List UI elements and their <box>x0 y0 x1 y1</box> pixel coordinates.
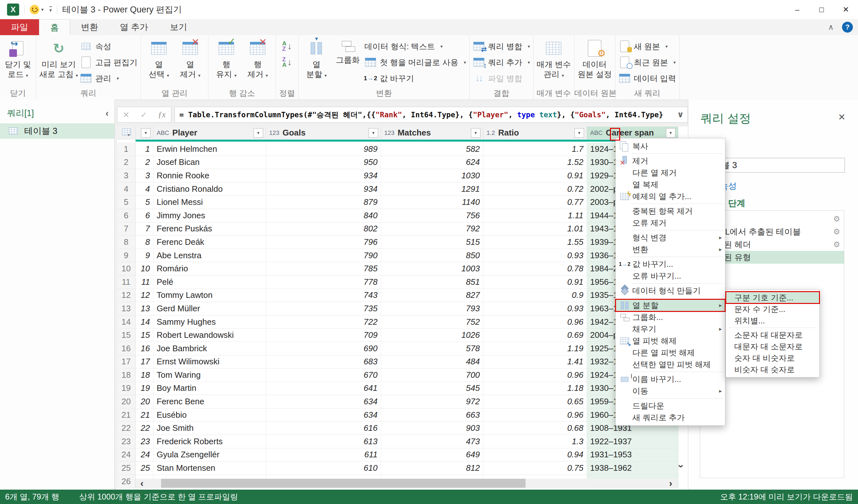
cell-ratio[interactable]: 0.96 <box>483 408 587 422</box>
cell-matches[interactable]: 812 <box>381 461 483 475</box>
formula-fx-icon[interactable]: ƒx <box>158 110 165 119</box>
cell-rank[interactable]: 8 <box>136 235 154 249</box>
cell-matches[interactable]: 850 <box>381 249 483 262</box>
cell-career[interactable]: 1931–1953 <box>587 449 678 462</box>
cell-rank[interactable]: 10 <box>136 262 154 276</box>
cell-goals[interactable]: 709 <box>266 328 381 342</box>
menu-item-rename[interactable]: I이름 바꾸기... <box>616 373 725 385</box>
cell-rank[interactable]: 24 <box>136 449 154 462</box>
cell-ratio[interactable]: 1.3 <box>483 435 587 449</box>
cell-matches[interactable]: 793 <box>381 302 483 315</box>
cell-ratio[interactable]: 0.65 <box>483 395 587 408</box>
horizontal-scroll-thumb[interactable] <box>161 479 526 488</box>
cell-ratio[interactable]: 0.75 <box>483 461 587 475</box>
menu-item-unpivot-other-columns[interactable]: 다른 열 피벗 해제 <box>616 347 725 359</box>
menu-item-remove-other-columns[interactable]: 다른 열 제거 <box>616 167 725 179</box>
cell-player[interactable]: Ferenc Deák <box>154 235 266 249</box>
cell-goals[interactable]: 802 <box>266 223 381 236</box>
row-number[interactable]: 15 <box>117 328 136 342</box>
cell-rank[interactable]: 22 <box>136 422 154 435</box>
filter-button-player[interactable]: ▼ <box>254 128 263 138</box>
cell-rank[interactable]: 12 <box>136 289 154 302</box>
row-number[interactable]: 7 <box>117 223 136 236</box>
cell-matches[interactable]: 515 <box>381 235 483 249</box>
cell-player[interactable]: Erwin Helmchen <box>154 143 266 156</box>
row-number[interactable]: 21 <box>117 408 136 422</box>
menu-item-create-data-type[interactable]: 데이터 형식 만들기 <box>616 285 725 297</box>
row-number[interactable]: 9 <box>117 249 136 262</box>
cell-player[interactable]: Stan Mortensen <box>154 461 266 475</box>
cell-matches[interactable]: 1140 <box>381 196 483 209</box>
cell-goals[interactable]: 778 <box>266 276 381 289</box>
cell-rank[interactable]: 20 <box>136 395 154 408</box>
cell-ratio[interactable]: 0.9 <box>483 289 587 302</box>
cell-goals[interactable]: 634 <box>266 395 381 408</box>
filter-button-ratio[interactable]: ▼ <box>574 128 584 138</box>
cell-rank[interactable]: 14 <box>136 315 154 329</box>
cell-ratio[interactable]: 0.78 <box>483 262 587 276</box>
cell-goals[interactable]: 743 <box>266 289 381 302</box>
cell-player[interactable]: Joe Smith <box>154 422 266 435</box>
cell-rank[interactable]: 13 <box>136 302 154 315</box>
menu-item-move[interactable]: 이동▸ <box>616 385 725 397</box>
maximize-button[interactable]: □ <box>809 0 834 19</box>
cell-ratio[interactable]: 0.93 <box>483 302 587 315</box>
cell-ratio[interactable]: 0.69 <box>483 328 587 342</box>
cell-goals[interactable]: 634 <box>266 408 381 422</box>
cell-matches[interactable]: 484 <box>381 355 483 369</box>
cell-player[interactable]: Jimmy Jones <box>154 209 266 223</box>
scroll-left-icon[interactable]: ‹ <box>136 478 148 489</box>
tab-transform[interactable]: 변환 <box>70 19 109 35</box>
menu-item-group-by[interactable]: 그룹화... <box>616 311 725 323</box>
sort-descending-button[interactable]: ZA↓ <box>279 56 295 68</box>
cell-ratio[interactable]: 1.55 <box>483 235 587 249</box>
cell-ratio[interactable]: 0.91 <box>483 169 587 182</box>
cell-matches[interactable]: 851 <box>381 276 483 289</box>
menu-item-remove-errors[interactable]: 오류 제거 <box>616 217 725 229</box>
cell-player[interactable]: Ferenc Puskás <box>154 223 266 236</box>
cell-matches[interactable]: 1003 <box>381 262 483 276</box>
cell-ratio[interactable]: 0.96 <box>483 315 587 329</box>
cell-goals[interactable]: 879 <box>266 196 381 209</box>
cell-goals[interactable]: 683 <box>266 355 381 369</box>
select-all-corner[interactable]: ▾ <box>117 127 136 139</box>
tab-file[interactable]: 파일 <box>0 19 39 35</box>
cell-goals[interactable]: 690 <box>266 342 381 355</box>
cell-ratio[interactable]: 1.52 <box>483 156 587 169</box>
split-column-ribbon-button[interactable]: ▾열분할▾ <box>302 38 331 81</box>
menu-item-add-as-new-query[interactable]: 새 쿼리로 추가 <box>616 412 725 423</box>
submenu-item-by-uppercase-to-lowercase[interactable]: 대문자 대 소문자로 <box>726 341 819 352</box>
column-header-goals[interactable]: 123Goals▼ <box>266 127 381 139</box>
cell-matches[interactable]: 582 <box>381 143 483 156</box>
submenu-item-by-nondigit-to-digit[interactable]: 비숫자 대 숫자로 <box>726 364 819 375</box>
row-number[interactable]: 12 <box>117 289 136 302</box>
cell-rank[interactable]: 6 <box>136 209 154 223</box>
cell-rank[interactable]: 21 <box>136 408 154 422</box>
help-icon[interactable]: ? <box>842 22 853 33</box>
row-number[interactable]: 6 <box>117 209 136 223</box>
cell-goals[interactable]: 790 <box>266 249 381 262</box>
cell-rank[interactable]: 17 <box>136 355 154 369</box>
merge-queries-button[interactable]: ⇄쿼리 병합▾ <box>473 40 530 52</box>
cell-matches[interactable]: 1030 <box>381 169 483 182</box>
cell-matches[interactable]: 578 <box>381 342 483 355</box>
cell-player[interactable]: Tom Waring <box>154 369 266 382</box>
cell-rank[interactable]: 16 <box>136 342 154 355</box>
filter-button-matches[interactable]: ▼ <box>471 128 480 138</box>
cell-ratio[interactable]: 0.91 <box>483 276 587 289</box>
minimize-button[interactable]: – <box>785 0 809 19</box>
formula-accept-icon[interactable]: ✓ <box>140 110 147 119</box>
cell-goals[interactable]: 840 <box>266 209 381 223</box>
menu-item-change-type[interactable]: 형식 변경▸ <box>616 232 725 244</box>
menu-item-add-column-from-examples[interactable]: ϟ예제의 열 추가... <box>616 191 725 202</box>
submenu-item-by-positions[interactable]: 위치별... <box>726 315 819 326</box>
menu-item-remove[interactable]: ✕제거 <box>616 155 725 167</box>
menu-item-replace-errors[interactable]: 오류 바꾸기... <box>616 270 725 282</box>
cell-matches[interactable]: 756 <box>381 209 483 223</box>
close-and-load-button[interactable]: ↪닫기 및로드▾ <box>3 38 33 81</box>
row-number[interactable]: 5 <box>117 196 136 209</box>
smiley-dropdown-icon[interactable]: ▾ <box>41 7 44 13</box>
cell-player[interactable]: Sammy Hughes <box>154 315 266 329</box>
cell-rank[interactable]: 9 <box>136 249 154 262</box>
properties-button[interactable]: 속성 <box>80 40 138 52</box>
